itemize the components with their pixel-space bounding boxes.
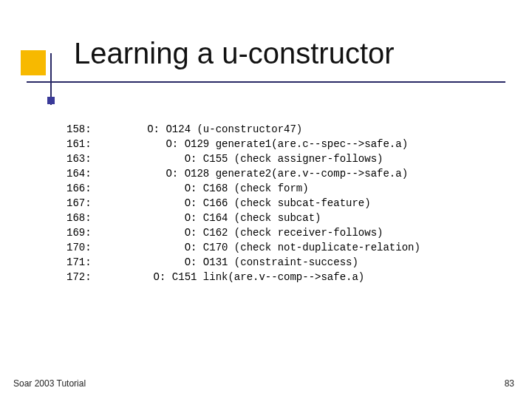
trace-line: 168: O: C164 (check subcat) bbox=[66, 211, 420, 225]
accent-square bbox=[21, 50, 46, 75]
trace-line: 169: O: C162 (check receiver-follows) bbox=[66, 225, 420, 240]
slide: Learning a u-constructor 158: O: O124 (u… bbox=[0, 0, 532, 399]
trace-line: 172: O: C151 link(are.v--comp-->safe.a) bbox=[66, 270, 420, 284]
trace-block: 158: O: O124 (u-constructor47)161: O: O1… bbox=[66, 122, 420, 284]
trace-line: 170: O: C170 (check not-duplicate-relati… bbox=[66, 240, 420, 255]
slide-title: Learning a u-constructor bbox=[74, 37, 395, 70]
trace-line: 161: O: O129 generate1(are.c--spec-->saf… bbox=[66, 137, 420, 151]
trace-line: 163: O: C155 (check assigner-follows) bbox=[66, 151, 420, 166]
trace-line: 166: O: C168 (check form) bbox=[66, 181, 420, 196]
footer-left: Soar 2003 Tutorial bbox=[13, 378, 86, 389]
trace-line: 167: O: C166 (check subcat-feature) bbox=[66, 196, 420, 211]
trace-line: 164: O: O128 generate2(are.v--comp-->saf… bbox=[66, 166, 420, 181]
trace-line: 171: O: O131 (constraint-success) bbox=[66, 255, 420, 270]
trace-line: 158: O: O124 (u-constructor47) bbox=[66, 122, 420, 137]
bullet-square bbox=[47, 97, 55, 104]
footer-page-number: 83 bbox=[505, 378, 514, 389]
rule-horizontal bbox=[27, 81, 505, 83]
